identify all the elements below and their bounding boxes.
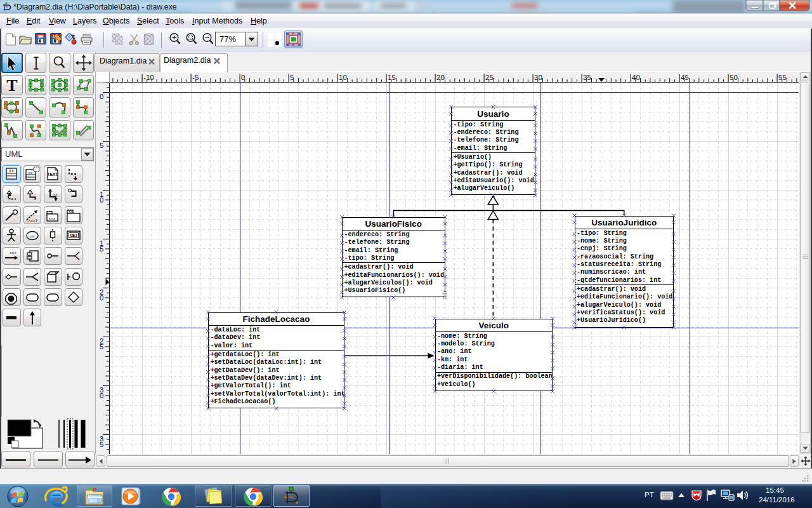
svg-text:15: 15 bbox=[388, 74, 396, 81]
svg-text:25: 25 bbox=[485, 74, 494, 81]
svg-text:-5: -5 bbox=[192, 74, 199, 81]
svg-text:T: T bbox=[6, 76, 17, 95]
svg-text:30: 30 bbox=[534, 74, 542, 81]
svg-text:uu: uu bbox=[30, 233, 35, 238]
svg-text:5: 5 bbox=[100, 441, 103, 448]
svg-text:50: 50 bbox=[730, 74, 738, 81]
svg-text:55: 55 bbox=[778, 74, 787, 81]
svg-text:OBJ: OBJ bbox=[70, 234, 77, 238]
svg-text:0: 0 bbox=[100, 93, 103, 100]
svg-text:xxx: xxx bbox=[49, 216, 56, 220]
svg-text:TEXT: TEXT bbox=[48, 172, 58, 177]
svg-text:xx: xx bbox=[53, 192, 58, 197]
svg-text:20: 20 bbox=[436, 74, 445, 81]
svg-text:45: 45 bbox=[681, 74, 689, 81]
svg-text:10: 10 bbox=[339, 74, 347, 81]
svg-text:0: 0 bbox=[100, 294, 103, 302]
svg-text:40: 40 bbox=[632, 74, 640, 81]
svg-text:5: 5 bbox=[100, 343, 103, 351]
svg-text:-10: -10 bbox=[143, 74, 154, 81]
svg-text:0: 0 bbox=[100, 392, 103, 399]
svg-text:5: 5 bbox=[100, 142, 103, 149]
svg-text:35: 35 bbox=[583, 74, 591, 81]
svg-text:5: 5 bbox=[290, 74, 294, 81]
svg-text:xxx: xxx bbox=[10, 251, 16, 255]
svg-text:xx: xx bbox=[28, 171, 33, 175]
svg-text:5: 5 bbox=[100, 245, 103, 253]
svg-text:{xxx}: {xxx} bbox=[25, 218, 37, 223]
svg-text:xx: xx bbox=[68, 210, 72, 214]
svg-text:xx: xx bbox=[9, 169, 14, 173]
svg-text:0: 0 bbox=[241, 74, 245, 81]
svg-text:0: 0 bbox=[100, 196, 103, 204]
